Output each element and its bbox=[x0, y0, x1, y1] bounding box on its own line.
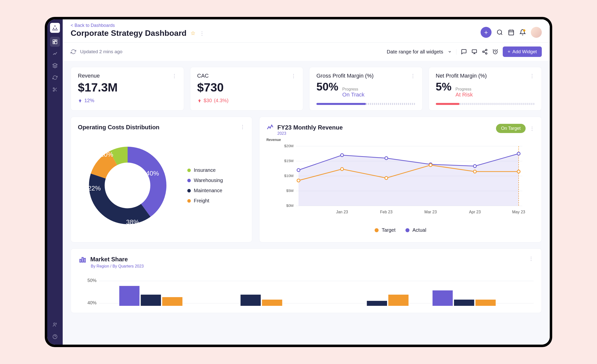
share-icon[interactable] bbox=[482, 49, 488, 55]
chart-title: Market Share bbox=[90, 256, 128, 263]
chart-subtitle: By Region / By Quarters 2023 bbox=[91, 264, 144, 269]
svg-point-20 bbox=[486, 53, 487, 54]
svg-point-43 bbox=[341, 154, 344, 157]
svg-rect-67 bbox=[388, 295, 408, 306]
legend-item: Target bbox=[375, 227, 396, 233]
svg-point-2 bbox=[56, 28, 57, 29]
card-menu-icon[interactable]: ⋮ bbox=[291, 73, 296, 79]
svg-rect-70 bbox=[475, 300, 496, 306]
legend-item: Warehousing bbox=[187, 178, 223, 183]
sidebar-item-help[interactable] bbox=[50, 332, 60, 342]
kpi-title: Revenue bbox=[78, 73, 100, 79]
sidebar-item-layers[interactable] bbox=[50, 61, 60, 71]
chart-title: Operating Costs Distribution bbox=[78, 124, 159, 131]
card-menu-icon[interactable]: ⋮ bbox=[172, 73, 177, 79]
status-text: On Track bbox=[342, 91, 364, 98]
svg-text:May 23: May 23 bbox=[512, 210, 525, 214]
avatar[interactable] bbox=[531, 27, 542, 38]
bell-icon[interactable] bbox=[519, 29, 526, 36]
card-menu-icon[interactable]: ⋮ bbox=[530, 126, 535, 132]
kpi-value: $730 bbox=[197, 81, 296, 94]
donut-chart: 40% 38% 22% 20% bbox=[78, 136, 177, 235]
svg-text:$15M: $15M bbox=[284, 159, 294, 163]
comment-icon[interactable] bbox=[461, 49, 467, 55]
kpi-card-revenue: Revenue ⋮ $17.3M 12% bbox=[71, 67, 184, 111]
kpi-title: CAC bbox=[197, 73, 209, 79]
sidebar-item-sync[interactable] bbox=[50, 73, 60, 83]
svg-rect-64 bbox=[241, 295, 261, 306]
kpi-title: Net Profit Margin (%) bbox=[436, 73, 487, 79]
presentation-icon[interactable] bbox=[471, 49, 477, 55]
svg-point-1 bbox=[53, 28, 54, 29]
svg-rect-66 bbox=[367, 301, 387, 306]
kpi-delta: 12% bbox=[78, 98, 177, 103]
search-icon[interactable] bbox=[497, 29, 503, 36]
sidebar-item-scissors[interactable] bbox=[50, 85, 60, 94]
title-menu-icon[interactable]: ⋮ bbox=[199, 30, 204, 36]
svg-point-15 bbox=[497, 30, 501, 34]
kpi-title: Gross Profit Margin (%) bbox=[316, 73, 374, 79]
kpi-card-cac: CAC ⋮ $730 $30 (4.3%) bbox=[190, 67, 303, 111]
add-button[interactable]: + bbox=[481, 27, 492, 38]
svg-point-47 bbox=[517, 152, 520, 155]
card-menu-icon[interactable]: ⋮ bbox=[410, 73, 415, 79]
sidebar-item-dashboards[interactable] bbox=[50, 37, 60, 47]
svg-point-49 bbox=[341, 168, 344, 171]
svg-point-52 bbox=[473, 170, 476, 173]
kpi-card-npm: Net Profit Margin (%) ⋮ 5% Progress At R… bbox=[429, 67, 542, 111]
back-link[interactable]: < Back to Dashboards bbox=[71, 23, 204, 28]
bar-chart-icon bbox=[79, 256, 86, 263]
svg-rect-56 bbox=[84, 258, 85, 262]
card-menu-icon[interactable]: ⋮ bbox=[529, 256, 534, 269]
svg-point-4 bbox=[54, 29, 55, 30]
svg-point-13 bbox=[53, 323, 55, 325]
legend-item: Maintenance bbox=[187, 188, 223, 193]
svg-rect-61 bbox=[119, 286, 139, 306]
svg-point-0 bbox=[54, 25, 55, 26]
line-chart-icon bbox=[266, 124, 274, 131]
app-logo[interactable] bbox=[50, 23, 60, 33]
legend-item: Insurance bbox=[187, 167, 223, 173]
calendar-icon[interactable] bbox=[508, 29, 514, 36]
svg-point-46 bbox=[473, 165, 476, 168]
progress-label: Progress bbox=[342, 87, 364, 91]
svg-text:Feb 23: Feb 23 bbox=[380, 210, 393, 214]
svg-text:$20M: $20M bbox=[284, 144, 294, 148]
updated-label: Updated 2 mins ago bbox=[80, 49, 122, 54]
alarm-icon[interactable] bbox=[492, 49, 498, 55]
card-menu-icon[interactable]: ⋮ bbox=[530, 73, 535, 79]
chart-monthly-revenue: FY23 Monthly Revenue 2023 On Target ⋮ Re… bbox=[259, 117, 542, 242]
favorite-icon[interactable]: ☆ bbox=[191, 30, 196, 37]
svg-rect-69 bbox=[454, 300, 474, 306]
progress-label: Progress bbox=[455, 87, 473, 91]
chevron-down-icon bbox=[448, 50, 452, 54]
legend-item: Freight bbox=[187, 198, 223, 204]
svg-point-12 bbox=[53, 90, 54, 91]
svg-text:50%: 50% bbox=[88, 278, 97, 283]
svg-rect-54 bbox=[80, 259, 81, 262]
legend-item: Actual bbox=[405, 227, 426, 233]
svg-rect-10 bbox=[54, 42, 57, 44]
svg-point-44 bbox=[385, 157, 388, 160]
kpi-value: $17.3M bbox=[78, 81, 177, 94]
svg-point-19 bbox=[483, 51, 484, 52]
svg-rect-68 bbox=[433, 290, 453, 306]
add-widget-button[interactable]: + Add Widget bbox=[503, 46, 542, 57]
sidebar-item-trends[interactable] bbox=[50, 49, 60, 59]
chart-title: FY23 Monthly Revenue bbox=[277, 124, 343, 131]
svg-rect-55 bbox=[82, 258, 83, 262]
arrow-up-icon bbox=[197, 98, 202, 103]
card-menu-icon[interactable]: ⋮ bbox=[240, 124, 245, 130]
refresh-icon[interactable] bbox=[71, 49, 76, 54]
date-range-selector[interactable]: Date range for all widgets bbox=[387, 49, 456, 55]
svg-rect-62 bbox=[141, 295, 161, 306]
svg-point-42 bbox=[297, 169, 300, 172]
line-chart: $20M $15M $10M $5M $0M Jan 23 Feb 23 Mar… bbox=[266, 139, 535, 218]
toolbar: Updated 2 mins ago Date range for all wi… bbox=[63, 43, 550, 61]
svg-text:40%: 40% bbox=[146, 170, 159, 177]
svg-point-53 bbox=[517, 170, 520, 173]
svg-point-11 bbox=[53, 88, 54, 89]
sidebar-item-users[interactable] bbox=[50, 320, 60, 330]
svg-point-51 bbox=[429, 164, 432, 167]
svg-rect-17 bbox=[472, 50, 477, 53]
